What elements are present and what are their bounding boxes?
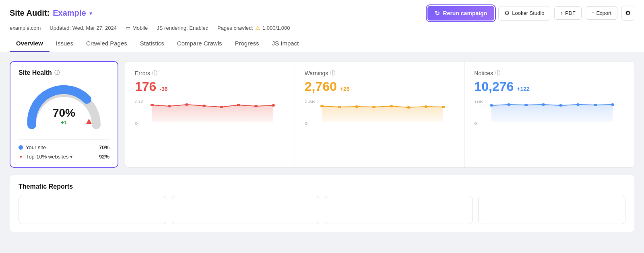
upload-icon: ↑ [560,10,563,16]
export-icon: ↑ [592,10,594,16]
errors-card: Errors ⓘ 176 -36 212 0 [125,62,295,167]
nav-item-js-impact[interactable]: JS Impact [266,36,305,52]
svg-text:0: 0 [474,121,477,125]
warning-icon: ⚠ [255,25,260,31]
nav-item-compare-crawls[interactable]: Compare Crawls [171,36,229,52]
looker-icon: ⚙ [504,10,510,17]
gear-icon: ⚙ [625,9,631,17]
svg-point-20 [407,106,410,109]
site-name[interactable]: Example [53,8,86,18]
thematic-card-1[interactable] [19,196,166,224]
refresh-icon: ↻ [435,10,440,17]
svg-point-31 [576,103,580,106]
site-health-title: Site Health ⓘ [19,69,109,76]
svg-point-10 [254,105,258,107]
svg-text:2.8K: 2.8K [305,100,316,104]
thematic-card-4[interactable] [478,196,626,224]
chevron-down-icon-legend[interactable]: ▾ [70,154,72,160]
nav-item-progress[interactable]: Progress [229,36,266,52]
warnings-delta: +26 [340,86,350,92]
svg-point-17 [355,105,358,108]
notices-info-icon[interactable]: ⓘ [495,70,500,77]
errors-value-row: 176 -36 [135,79,285,94]
svg-point-11 [272,104,275,107]
thematic-cards [19,196,625,224]
svg-point-33 [611,103,615,106]
nav-item-crawled-pages[interactable]: Crawled Pages [80,36,134,52]
errors-value[interactable]: 176 [135,79,156,94]
site-audit-title: Site Audit: Example ▾ [10,8,92,18]
warnings-info-icon[interactable]: ⓘ [330,70,335,77]
svg-point-28 [524,104,528,106]
header-actions: ↻ Rerun campaign ⚙ Looker Studio ↑ PDF ↑… [427,6,634,21]
svg-point-5 [168,105,171,107]
svg-text:0: 0 [305,121,308,125]
pdf-button[interactable]: ↑ PDF [554,6,582,20]
header-meta: example.com Updated: Wed, Mar 27, 2024 ▭… [10,25,634,36]
nav-item-overview[interactable]: Overview [10,36,50,52]
errors-label: Errors ⓘ [135,70,285,77]
warnings-chart: 2.8K 0 [305,99,455,127]
svg-text:10K: 10K [474,100,484,104]
errors-chart: 212 0 [135,99,285,127]
svg-point-30 [559,104,563,107]
warnings-value-row: 2,760 +26 [305,79,455,94]
svg-point-16 [337,106,341,108]
page-header: Site Audit: Example ▾ ↻ Rerun campaign ⚙… [0,0,644,52]
domain-label: example.com [10,25,41,31]
notices-delta: +122 [517,86,530,92]
main-nav: Overview Issues Crawled Pages Statistics… [10,36,634,52]
gauge-delta: +1 [53,119,75,125]
legend-top-websites: ▼ Top-10% websites ▾ 92% [19,154,109,160]
warnings-label: Warnings ⓘ [305,70,455,77]
export-button[interactable]: ↑ Export [586,6,617,20]
info-icon[interactable]: ⓘ [54,69,60,76]
errors-info-icon[interactable]: ⓘ [152,70,157,77]
site-health-card: Site Health ⓘ 70% +1 [10,61,118,168]
gauge-text: 70% +1 [53,107,75,125]
thematic-card-3[interactable] [325,196,473,224]
svg-text:212: 212 [135,100,144,104]
pages-crawled-label: Pages crawled: ⚠ 1,000/1,000 [217,25,290,31]
notices-chart: 10K 0 [474,99,624,127]
warnings-value[interactable]: 2,760 [305,79,337,94]
nav-item-statistics[interactable]: Statistics [134,36,171,52]
svg-point-8 [220,106,223,108]
thematic-reports-title: Thematic Reports [19,183,625,190]
chevron-down-icon[interactable]: ▾ [89,10,92,16]
svg-marker-14 [322,106,443,122]
svg-marker-25 [491,105,613,122]
rerun-campaign-button[interactable]: ↻ Rerun campaign [427,6,494,21]
js-rendering-label: JS rendering: Enabled [157,25,208,31]
svg-point-18 [372,106,376,108]
notices-card: Notices ⓘ 10,276 +122 10K 0 [464,62,634,167]
page-title-label: Site Audit: [10,8,50,18]
svg-point-32 [594,104,597,106]
notices-value[interactable]: 10,276 [474,79,514,94]
svg-point-29 [542,103,545,106]
svg-point-4 [151,104,154,106]
svg-point-15 [320,105,324,107]
notices-value-row: 10,276 +122 [474,79,624,94]
settings-button[interactable]: ⚙ [621,6,634,21]
legend: Your site 70% ▼ Top-10% websites ▾ 92% [19,139,109,160]
notices-label: Notices ⓘ [474,70,624,77]
svg-point-21 [424,105,427,108]
legend-your-site: Your site 70% [19,144,109,150]
svg-point-27 [507,103,511,106]
warnings-card: Warnings ⓘ 2,760 +26 2.8K 0 [295,62,465,167]
svg-text:0: 0 [135,121,138,125]
thematic-reports-section: Thematic Reports [10,175,634,232]
svg-marker-3 [152,105,273,122]
stats-row: Errors ⓘ 176 -36 212 0 [125,61,634,168]
updated-label: Updated: Wed, Mar 27, 2024 [50,25,117,31]
header-top: Site Audit: Example ▾ ↻ Rerun campaign ⚙… [10,6,634,25]
main-content: Site Health ⓘ 70% +1 [0,52,644,241]
svg-marker-0 [86,119,92,124]
svg-point-19 [389,105,393,107]
looker-studio-button[interactable]: ⚙ Looker Studio [498,6,550,21]
svg-point-22 [441,106,445,108]
svg-point-7 [202,105,206,107]
nav-item-issues[interactable]: Issues [50,36,80,52]
thematic-card-2[interactable] [172,196,320,224]
